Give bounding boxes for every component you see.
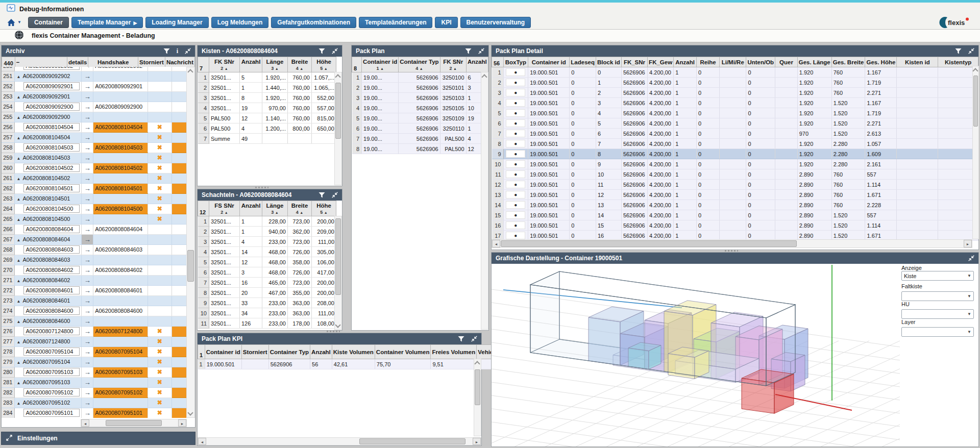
table-row[interactable]: 13●19.000.50101256269064.200,001002.8907… <box>492 190 978 200</box>
dropdown-hu[interactable]: ▼ <box>901 309 974 319</box>
cell[interactable]: 0 <box>696 190 719 200</box>
arrow-right-icon[interactable]: → <box>84 205 91 213</box>
archiv-row[interactable]: 257▲A06200808104504→✖ <box>2 132 187 142</box>
cell[interactable]: 19.000.501 <box>205 359 241 369</box>
filter-icon[interactable] <box>458 335 464 342</box>
cell[interactable] <box>720 78 746 88</box>
details-cell[interactable]: → <box>82 285 93 295</box>
cell[interactable]: 0 <box>696 108 719 118</box>
column-header[interactable]: Anzahl <box>240 57 262 72</box>
storniert-cell[interactable]: ✖ <box>148 163 172 173</box>
archiv-row[interactable]: 251▲A06200809092902→ <box>2 71 187 81</box>
column-header[interactable]: Container id1 ▲ <box>362 57 399 72</box>
table-row[interactable]: 119.00...562690632501006 <box>352 72 488 83</box>
cell[interactable]: 0 <box>746 67 775 78</box>
collapse-row-icon[interactable]: ▲ <box>16 258 20 263</box>
cell[interactable]: 2.890 <box>797 220 831 231</box>
cell[interactable]: 5626906 <box>268 359 310 369</box>
cell[interactable]: 1.920 <box>797 67 831 78</box>
cell[interactable]: 1 <box>674 159 697 169</box>
table-row[interactable]: 1132501...126233,00178,00108,00 <box>198 318 336 329</box>
nachricht-cell[interactable] <box>172 71 186 81</box>
cell[interactable]: 5626906 <box>399 72 440 83</box>
boxtyp-cell[interactable]: ● <box>503 149 528 159</box>
cell[interactable]: 1 <box>240 227 262 237</box>
cell[interactable]: 0 <box>696 200 719 210</box>
arrow-right-icon[interactable]: → <box>84 256 91 264</box>
nachricht-cell[interactable] <box>172 336 186 346</box>
cell[interactable]: 19.000.501 <box>528 118 570 129</box>
cell[interactable]: 362,00 <box>288 227 312 237</box>
cell[interactable]: 2.280 <box>831 159 865 169</box>
cell[interactable]: 0 <box>696 149 719 159</box>
cell[interactable]: 0 <box>746 159 775 169</box>
collapse-row-icon[interactable]: ▲ <box>16 381 20 385</box>
handshake-cell[interactable]: A06200808084604 <box>93 224 148 234</box>
cell[interactable]: 760 <box>831 190 865 200</box>
storniert-cell[interactable]: ✖ <box>148 173 172 183</box>
cell[interactable]: 19.000.501 <box>528 67 570 78</box>
column-header[interactable]: Länge3 ▲ <box>262 201 288 216</box>
boxtyp-cell[interactable]: ● <box>503 78 528 88</box>
cell[interactable] <box>897 169 938 180</box>
cell[interactable]: 8 <box>240 93 262 103</box>
table-row[interactable]: 819.00...5626906PAL50012 <box>352 144 488 154</box>
cell[interactable]: 0 <box>746 149 775 159</box>
details-cell[interactable]: → <box>82 163 93 173</box>
cell[interactable]: 1.114 <box>865 180 897 190</box>
cell[interactable]: 0 <box>696 129 719 139</box>
storniert-cell[interactable] <box>148 316 172 326</box>
cell[interactable]: 32501... <box>209 93 240 103</box>
scrollbar-thumb[interactable] <box>501 240 797 247</box>
details-cell[interactable]: → <box>82 173 93 183</box>
nav-button-kpi[interactable]: KPI <box>435 17 457 28</box>
container-id-cell[interactable]: A06200809092902 <box>15 67 82 71</box>
cell[interactable]: 2.890 <box>797 180 831 190</box>
handshake-cell[interactable] <box>93 71 148 81</box>
boxtyp-cell[interactable]: ● <box>503 200 528 210</box>
cell[interactable]: 2.161 <box>865 159 897 169</box>
dropdown-layer[interactable]: ▼ <box>901 327 974 337</box>
cell[interactable]: 32501... <box>209 298 240 308</box>
column-header-id[interactable]: − <box>15 57 67 67</box>
handshake-cell[interactable]: A06200808084601 <box>93 285 148 295</box>
cell[interactable]: 1.920 <box>797 88 831 98</box>
cell[interactable]: 8 <box>596 149 621 159</box>
boxtyp-cell[interactable]: ● <box>503 118 528 129</box>
cell[interactable]: 4.200,00 <box>648 98 674 108</box>
storniert-cell[interactable] <box>148 244 172 255</box>
cell[interactable]: 9,51 <box>431 359 477 369</box>
cell[interactable] <box>775 169 798 180</box>
storniert-cell[interactable] <box>148 81 172 91</box>
nachricht-cell[interactable] <box>172 91 186 102</box>
nachricht-cell[interactable] <box>172 255 186 265</box>
cell[interactable]: 1.520 <box>831 129 865 139</box>
cell[interactable]: 468,00 <box>262 257 288 267</box>
cell[interactable] <box>720 200 746 210</box>
cell[interactable]: 557 <box>865 169 897 180</box>
cell[interactable]: 19 <box>240 103 262 113</box>
cell[interactable]: 0 <box>570 139 596 149</box>
table-row[interactable]: 132501...51.920,...760,001.057,... <box>198 72 336 83</box>
container-id-field[interactable]: A06200808084603 <box>23 245 80 254</box>
cell[interactable]: 0 <box>696 78 719 88</box>
cell[interactable]: 1.920 <box>797 78 831 88</box>
boxtyp-cell[interactable]: ● <box>503 220 528 231</box>
cell[interactable]: 1 <box>674 200 697 210</box>
cell[interactable]: 1.920 <box>797 108 831 118</box>
cell[interactable] <box>720 159 746 169</box>
cell[interactable]: 2.271 <box>865 88 897 98</box>
nachricht-cell[interactable] <box>172 275 186 285</box>
cell[interactable] <box>897 200 938 210</box>
arrow-right-icon[interactable]: → <box>84 307 91 315</box>
home-button[interactable]: ▼ <box>7 18 21 27</box>
cell[interactable]: 1.065,... <box>312 83 336 93</box>
nachricht-cell[interactable] <box>172 67 186 71</box>
details-cell[interactable]: → <box>82 408 93 418</box>
handshake-cell[interactable] <box>93 112 148 122</box>
cell[interactable]: 0 <box>746 200 775 210</box>
archiv-row[interactable]: 267▲A06200808084604→ <box>2 234 187 244</box>
storniert-cell[interactable]: ✖ <box>148 193 172 204</box>
cell[interactable]: 0 <box>696 139 719 149</box>
cell[interactable]: 19.00... <box>362 72 399 83</box>
